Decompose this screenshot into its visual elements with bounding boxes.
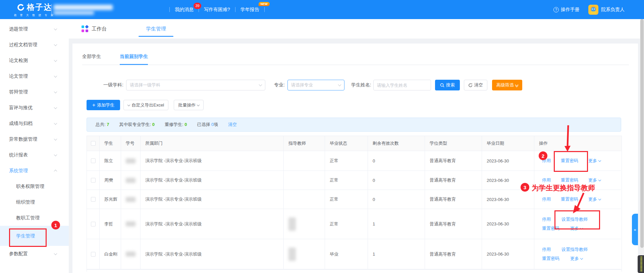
sidebar-item-system-mgmt[interactable]: 系统管理 xyxy=(0,163,69,179)
sidebar-item-topic-mgmt[interactable]: 选题管理 xyxy=(0,21,69,37)
reset-password-link[interactable]: 重置密码 xyxy=(542,225,559,231)
reset-password-link[interactable]: 重置密码 xyxy=(542,256,559,262)
logo-tagline: 教 育 大 数 据 专 家 xyxy=(14,13,55,17)
nav-writing-help[interactable]: 写作有困难? xyxy=(199,7,235,13)
nav-my-messages[interactable]: 我的消息 39 xyxy=(170,7,199,13)
page-scrollbar[interactable] xyxy=(640,19,644,273)
reset-password-link[interactable]: 重置密码 xyxy=(561,158,578,164)
chevron-down-icon xyxy=(580,227,583,229)
sidebar-item-param-config[interactable]: 参数配置 xyxy=(0,246,69,262)
chevron-down-icon xyxy=(259,83,262,86)
table-row: 李哲 演示学院 -演示专业-演示班级 正常 1 普通高等教育 2023-06-3… xyxy=(87,209,622,239)
subtab-current-cohort[interactable]: 当前届别学生 xyxy=(120,54,148,65)
sidebar-item-grades-archive[interactable]: 成绩与归档 xyxy=(0,116,69,131)
chevron-down-icon xyxy=(598,179,601,181)
sidebar-item-role-permission[interactable]: 职务权限管理 xyxy=(0,179,69,194)
table-row: 苏光辉 演示学院 -演示专业-演示班级 正常 0 普通高等教育 2023-06-… xyxy=(87,190,622,209)
chevron-down-icon xyxy=(598,198,601,200)
tab-strip: 工作台 学生管理 xyxy=(69,19,644,39)
row-checkbox[interactable] xyxy=(91,222,96,226)
reset-password-link[interactable]: 重置密码 xyxy=(561,177,578,183)
sidebar-item-blind-review[interactable]: 盲评与推优 xyxy=(0,100,69,116)
disable-link[interactable]: 停用 xyxy=(542,247,551,253)
tab-workbench[interactable]: 工作台 xyxy=(82,25,107,32)
subject-label: 一级学科: xyxy=(103,82,123,88)
disable-link[interactable]: 停用 xyxy=(542,196,551,202)
disable-link[interactable]: 停用 xyxy=(542,177,551,183)
more-link[interactable]: 更多 xyxy=(588,177,601,183)
subtab-all-students[interactable]: 全部学生 xyxy=(82,54,101,65)
set-advisor-link[interactable]: 设置指导教师 xyxy=(561,247,588,253)
disable-link[interactable]: 停用 xyxy=(542,216,551,222)
student-subtabs: 全部学生 当前届别学生 xyxy=(82,54,629,65)
nav-annual-report[interactable]: 学年报告 NEW xyxy=(235,7,264,13)
retake-count: 重修学生: 0 xyxy=(165,122,187,128)
major-select[interactable]: 请选择专业 xyxy=(287,80,344,90)
role-label: 院系负责人 xyxy=(601,7,625,13)
chevron-down-icon xyxy=(54,90,57,93)
workbench-grid-icon xyxy=(82,25,88,32)
sidebar-item-defense-mgmt[interactable]: 答辩管理 xyxy=(0,84,69,100)
sidebar-item-thesis-check[interactable]: 论文检测 xyxy=(0,53,69,68)
row-checkbox[interactable] xyxy=(91,178,96,183)
student-name-input[interactable] xyxy=(373,80,431,90)
double-major-count: 其中双专业学生: 0 xyxy=(119,122,154,128)
select-all-checkbox[interactable] xyxy=(91,141,96,146)
table-row: 陈立 演示学院 -演示专业-演示班级 正常 0 普通高等教育 2023-06-3… xyxy=(87,151,622,171)
content-card: 全部学生 当前届别学生 一级学科: 请选择一级学科 专业: 请选择专业 学生姓名… xyxy=(72,44,638,273)
chevron-up-icon xyxy=(54,169,57,173)
row-checkbox[interactable] xyxy=(91,158,96,163)
search-button[interactable]: 搜索 xyxy=(435,80,460,90)
collapse-panel-tab[interactable]: « xyxy=(632,214,638,245)
scrollbar-thumb[interactable] xyxy=(640,19,644,248)
disable-link[interactable]: 停用 xyxy=(542,158,551,164)
chevron-down-icon xyxy=(580,257,583,260)
chevron-down-icon xyxy=(54,121,57,125)
manual-link[interactable]: ? 操作手册 xyxy=(553,7,580,13)
redacted-teacher-name xyxy=(288,217,296,231)
sidebar-item-student-mgmt[interactable]: 学生管理 xyxy=(0,226,69,246)
redacted-student-id xyxy=(126,197,136,202)
selected-count: 已选择 0项 xyxy=(197,122,218,128)
corner-widget xyxy=(638,255,644,273)
sidebar-item-org-mgmt[interactable]: 组织管理 xyxy=(0,194,69,210)
tab-student-mgmt[interactable]: 学生管理 xyxy=(139,21,173,37)
more-link[interactable]: 更多 xyxy=(588,158,601,164)
plus-icon: + xyxy=(92,102,95,108)
sidebar-item-thesis-mgmt[interactable]: 论文管理 xyxy=(0,68,69,84)
row-checkbox[interactable] xyxy=(91,252,96,257)
new-badge: NEW xyxy=(259,2,270,6)
clear-button[interactable]: 清空 xyxy=(464,80,487,90)
export-excel-button[interactable]: 自定义导出Excel xyxy=(123,100,168,110)
clear-selection-link[interactable]: 清空 xyxy=(228,122,237,128)
sidebar-item-abnormal-data[interactable]: 异常数据管理 xyxy=(0,131,69,147)
redacted-student-id xyxy=(126,221,136,226)
active-tab-underline xyxy=(139,36,173,37)
row-checkbox[interactable] xyxy=(91,197,96,202)
advanced-filter-button[interactable]: 高级筛选 xyxy=(492,80,522,90)
more-link[interactable]: 更多 xyxy=(588,196,601,202)
sidebar-item-process-doc-mgmt[interactable]: 过程文档管理 xyxy=(0,37,69,53)
sidebar-item-statistics[interactable]: 统计报表 xyxy=(0,147,69,163)
app-header: 格子达 教 育 大 数 据 专 家 我的消息 39 写作有困难? 学年报告 NE… xyxy=(0,0,644,19)
batch-ops-button[interactable]: 批量操作 xyxy=(174,100,204,110)
reset-password-link[interactable]: 重置密码 xyxy=(561,196,578,202)
set-advisor-link[interactable]: 设置指导教师 xyxy=(561,216,588,222)
subject-select[interactable]: 请选择一级学科 xyxy=(126,80,265,90)
add-student-button[interactable]: + 添加学生 xyxy=(87,100,120,110)
page: 格子达 教 育 大 数 据 专 家 我的消息 39 写作有困难? 学年报告 NE… xyxy=(0,0,644,273)
refresh-icon xyxy=(468,83,473,87)
sidebar-item-staff-mgmt[interactable]: 教职工管理 xyxy=(0,210,69,226)
logo-title: 格子达 xyxy=(27,2,52,12)
user-menu[interactable]: 院系负责人 xyxy=(588,5,625,15)
redacted-student-id xyxy=(126,158,136,163)
chevron-down-icon xyxy=(54,27,57,30)
student-name-label: 学生姓名: xyxy=(351,82,371,88)
question-circle-icon: ? xyxy=(553,7,559,12)
chevron-down-icon xyxy=(338,83,341,86)
table-row: 周樊 演示学院 -演示专业-演示班级 正常 0 普通高等教育 2023-06-3… xyxy=(87,171,622,190)
total-count: 总共: 7 xyxy=(96,122,109,128)
more-link[interactable]: 更多 xyxy=(570,225,583,231)
major-label: 专业: xyxy=(274,82,285,88)
more-link[interactable]: 更多 xyxy=(570,256,583,262)
